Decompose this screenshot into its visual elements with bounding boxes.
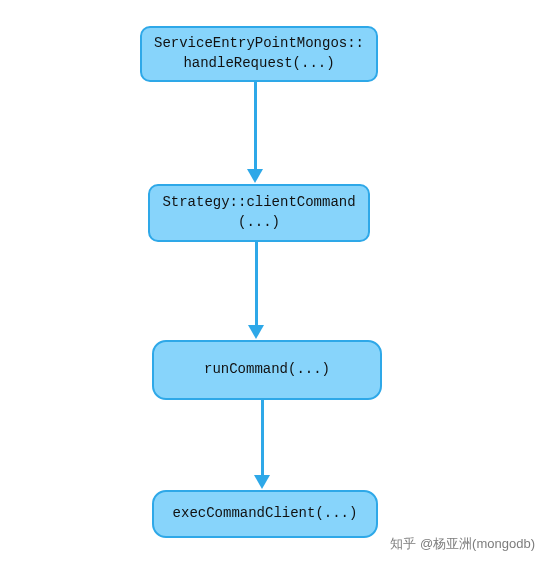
arrow-n2-to-n3 xyxy=(248,242,264,339)
watermark-text: 知乎 @杨亚洲(mongodb) xyxy=(390,535,535,553)
node-label: runCommand(...) xyxy=(204,360,330,380)
arrow-head-icon xyxy=(248,325,264,339)
flow-node-service-entry-point: ServiceEntryPointMongos:: handleRequest(… xyxy=(140,26,378,82)
flow-node-run-command: runCommand(...) xyxy=(152,340,382,400)
node-label: Strategy::clientCommand (...) xyxy=(162,193,355,232)
flow-node-strategy-client-command: Strategy::clientCommand (...) xyxy=(148,184,370,242)
arrow-line xyxy=(261,400,264,476)
arrow-line xyxy=(255,242,258,326)
flow-node-exec-command-client: execCommandClient(...) xyxy=(152,490,378,538)
node-label: ServiceEntryPointMongos:: handleRequest(… xyxy=(154,34,364,73)
node-label: execCommandClient(...) xyxy=(173,504,358,524)
arrow-head-icon xyxy=(254,475,270,489)
arrow-n1-to-n2 xyxy=(247,82,263,183)
arrow-line xyxy=(254,82,257,170)
arrow-n3-to-n4 xyxy=(254,400,270,489)
arrow-head-icon xyxy=(247,169,263,183)
